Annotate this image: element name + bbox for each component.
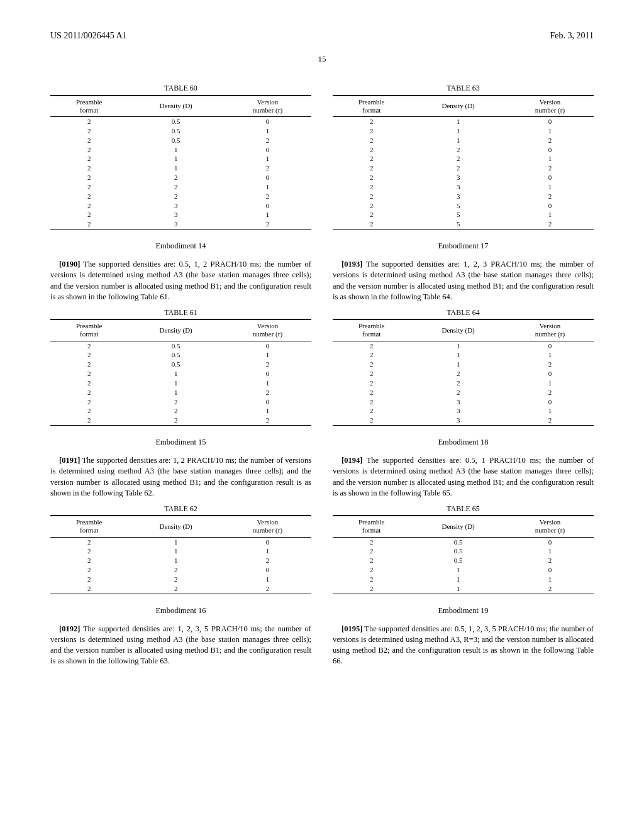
table-row: 221 <box>50 575 311 584</box>
table-cell: 2 <box>333 575 410 584</box>
embodiment-heading: Embodiment 15 <box>50 437 311 448</box>
table-cell: 2 <box>50 341 128 350</box>
table-row: 210 <box>50 145 311 155</box>
table-cell: 2 <box>506 163 594 173</box>
table-header: Density (D) <box>128 96 223 116</box>
table-cell: 2 <box>224 416 311 425</box>
table-cell: 1 <box>224 406 311 416</box>
table-row: 222 <box>333 388 594 397</box>
table-cell: 2 <box>333 210 410 219</box>
table-header: Versionnumber (r) <box>224 320 311 341</box>
paragraph-text: The supported densities are: 0.5, 1, 2, … <box>333 624 594 666</box>
table-cell: 2 <box>410 388 506 397</box>
table-cell: 2 <box>50 163 128 173</box>
table-cell: 0.5 <box>410 556 506 565</box>
table-row: 220 <box>50 397 311 407</box>
table-row: 221 <box>50 406 311 416</box>
table-cell: 1 <box>506 210 594 219</box>
table-row: 20.51 <box>50 126 311 136</box>
table-row: 211 <box>50 379 311 388</box>
table-row: 232 <box>50 219 311 229</box>
table-row: 210 <box>333 341 594 350</box>
table-cell: 1 <box>128 556 223 565</box>
table-cell: 2 <box>50 397 128 407</box>
table-header: Versionnumber (r) <box>224 96 311 116</box>
table-row: 211 <box>333 575 594 584</box>
table-row: 20.50 <box>50 117 311 126</box>
table-cell: 2 <box>410 163 506 173</box>
table-row: 210 <box>50 369 311 379</box>
table-cell: 2 <box>50 219 128 229</box>
table-cell: 2 <box>333 397 410 407</box>
table-cell: 0.5 <box>128 136 223 145</box>
table-row: 212 <box>50 556 311 565</box>
table-cell: 2 <box>506 416 594 425</box>
table-cell: 2 <box>333 173 410 182</box>
paragraph: [0195] The supported densities are: 0.5,… <box>333 624 594 667</box>
table-header: Preambleformat <box>333 320 410 341</box>
table-header: Density (D) <box>410 320 506 341</box>
table-cell: 2 <box>333 388 410 397</box>
table-cell: 2 <box>333 341 410 350</box>
table-row: 222 <box>50 584 311 594</box>
table-cell: 2 <box>224 219 311 229</box>
table-caption: TABLE 60 <box>50 83 311 93</box>
table-row: 220 <box>50 173 311 182</box>
table-cell: 1 <box>224 210 311 219</box>
table-header: Preambleformat <box>50 96 128 116</box>
table-cell: 5 <box>410 219 506 229</box>
table-cell: 2 <box>128 565 223 575</box>
table-cell: 2 <box>410 154 506 163</box>
table-row: 220 <box>50 565 311 575</box>
table-cell: 2 <box>50 360 128 369</box>
table-cell: 1 <box>506 379 594 388</box>
table-cell: 2 <box>333 154 410 163</box>
table-cell: 2 <box>224 163 311 173</box>
data-table: PreambleformatDensity (D)Versionnumber (… <box>50 319 311 426</box>
embodiment-heading: Embodiment 19 <box>333 606 594 616</box>
table-row: 20.51 <box>50 350 311 360</box>
table-cell: 2 <box>50 584 128 594</box>
table-row: 212 <box>50 388 311 397</box>
table-cell: 2 <box>224 360 311 369</box>
table-row: 220 <box>333 145 594 155</box>
paragraph-number: [0191] <box>59 456 80 465</box>
table-cell: 0 <box>506 201 594 211</box>
table-row: 230 <box>333 397 594 407</box>
table-cell: 1 <box>506 575 594 584</box>
page-header: US 2011/0026445 A1 Feb. 3, 2011 <box>50 30 594 42</box>
paragraph-number: [0190] <box>59 260 80 268</box>
paragraph-text: The supported densities are: 1, 2, 3 PRA… <box>333 260 594 301</box>
table-cell: 2 <box>506 360 594 369</box>
table-row: 251 <box>333 210 594 219</box>
table-row: 211 <box>333 350 594 360</box>
table-row: 20.52 <box>333 556 594 565</box>
table-cell: 0 <box>224 565 311 575</box>
table-cell: 2 <box>333 145 410 155</box>
right-column: TABLE 63PreambleformatDensity (D)Version… <box>333 80 594 672</box>
table-cell: 1 <box>506 350 594 360</box>
table-cell: 0 <box>506 565 594 575</box>
data-table: PreambleformatDensity (D)Versionnumber (… <box>50 515 311 594</box>
table-cell: 2 <box>506 136 594 145</box>
table-cell: 1 <box>410 117 506 126</box>
table-cell: 1 <box>128 537 223 546</box>
table-row: 212 <box>50 163 311 173</box>
table-row: 20.50 <box>50 341 311 350</box>
table-cell: 1 <box>224 154 311 163</box>
table-cell: 2 <box>506 584 594 594</box>
publication-number: US 2011/0026445 A1 <box>50 30 127 42</box>
table-cell: 1 <box>506 182 594 192</box>
table-cell: 2 <box>50 350 128 360</box>
table-row: 20.50 <box>333 537 594 546</box>
left-column: TABLE 60PreambleformatDensity (D)Version… <box>50 80 311 672</box>
table-cell: 2 <box>50 379 128 388</box>
table-row: 210 <box>50 537 311 546</box>
table-cell: 1 <box>128 163 223 173</box>
table-cell: 2 <box>50 145 128 155</box>
table-cell: 0.5 <box>128 126 223 136</box>
table-row: 230 <box>50 201 311 211</box>
table-cell: 3 <box>410 406 506 416</box>
table-cell: 2 <box>50 173 128 182</box>
table-cell: 2 <box>50 406 128 416</box>
